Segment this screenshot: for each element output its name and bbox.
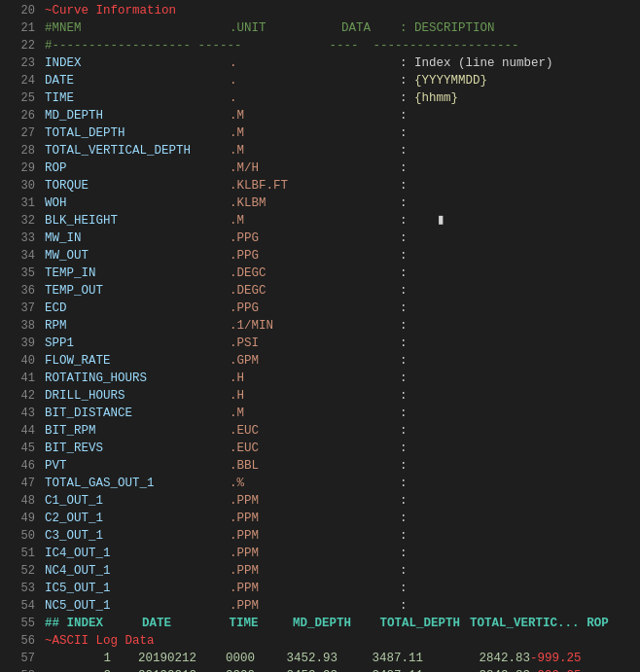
- header-mnem: #MNEM: [45, 19, 230, 37]
- col-hdr-md-depth: MD_DEPTH: [293, 615, 373, 632]
- line-53: 53 IC5_OUT_1 .PPM :: [0, 580, 640, 597]
- mnem-torque: TORQUE: [45, 177, 230, 195]
- unit-blk-height: .M: [230, 212, 341, 230]
- mnem-woh: WOH: [45, 195, 230, 212]
- data-totvert-2: 2842.83: [423, 667, 530, 672]
- col-hdr-total-depth: TOTAL_DEPTH: [380, 615, 463, 632]
- line-33: 33 MW_IN .PPG :: [0, 230, 640, 247]
- data-index-2: 2: [45, 667, 111, 672]
- col-hdr-date: DATE: [142, 615, 222, 632]
- mnem-total-depth: TOTAL_DEPTH: [45, 124, 230, 142]
- header-unit: .UNIT: [230, 19, 341, 37]
- unit-ic4-out-1: .PPM: [230, 545, 341, 562]
- col-hdr-total-vert: TOTAL_VERTIC...: [470, 615, 580, 632]
- line-55: 55 ## INDEX DATE TIME MD_DEPTH TOTAL_DEP…: [0, 615, 640, 632]
- line-num-22: 22: [8, 37, 35, 54]
- ascii-log-section: ~ASCII Log Data: [45, 632, 155, 650]
- desc-date: {YYYYMMDD}: [408, 72, 488, 89]
- line-27: 27 TOTAL_DEPTH .M :: [0, 124, 640, 142]
- data-totdepth-1: 3487.11: [338, 650, 423, 667]
- line-23: 23 INDEX . : Index (line number): [0, 54, 640, 72]
- line-36: 36 TEMP_OUT .DEGC :: [0, 282, 640, 300]
- mnem-blk-height: BLK_HEIGHT: [45, 212, 230, 230]
- line-50: 50 C3_OUT_1 .PPM :: [0, 527, 640, 545]
- col-hdr-index: INDEX: [67, 615, 135, 632]
- mnem-md-depth: MD_DEPTH: [45, 107, 230, 124]
- line-31: 31 WOH .KLBM :: [0, 195, 640, 212]
- line-num-20: 20: [8, 2, 35, 19]
- unit-torque: .KLBF.FT: [230, 177, 341, 195]
- line-56: 56 ~ASCII Log Data: [0, 632, 640, 650]
- unit-drill-hours: .H: [230, 387, 341, 405]
- line-41: 41 ROTATING_HOURS .H :: [0, 370, 640, 387]
- unit-index: .: [230, 54, 341, 72]
- header-desc: : DESCRIPTION: [400, 19, 495, 37]
- data-date-1: 20190212: [111, 650, 196, 667]
- line-57: 57 1 20190212 0000 3452.93 3487.11 2842.…: [0, 650, 640, 667]
- line-num-21: 21: [8, 19, 35, 37]
- mnem-c2-out-1: C2_OUT_1: [45, 510, 230, 527]
- unit-ic5-out-1: .PPM: [230, 580, 341, 597]
- line-47: 47 TOTAL_GAS_OUT_1 .% :: [0, 475, 640, 492]
- data-time-2: 0000: [196, 667, 255, 672]
- desc-index: Index (line number): [408, 54, 553, 72]
- data-totvert-1: 2842.83: [423, 650, 530, 667]
- line-45: 45 BIT_REVS .EUC :: [0, 440, 640, 457]
- unit-nc4-out-1: .PPM: [230, 562, 341, 580]
- unit-rpm: .1/MIN: [230, 317, 341, 335]
- line-43: 43 BIT_DISTANCE .M :: [0, 405, 640, 422]
- line-42: 42 DRILL_HOURS .H :: [0, 387, 640, 405]
- mnem-bit-distance: BIT_DISTANCE: [45, 405, 230, 422]
- line-21: 21 #MNEM .UNIT DATA : DESCRIPTION: [0, 19, 640, 37]
- data-mddepth-1: 3452.93: [255, 650, 338, 667]
- unit-c1-out-1: .PPM: [230, 492, 341, 510]
- unit-time: .: [230, 89, 341, 107]
- mnem-c3-out-1: C3_OUT_1: [45, 527, 230, 545]
- text-cursor-icon: ▮: [437, 212, 445, 230]
- mnem-mw-out: MW_OUT: [45, 247, 230, 265]
- line-22: 22 #------------------- ------ ---- ----…: [0, 37, 640, 54]
- unit-pvt: .BBL: [230, 457, 341, 475]
- line-34: 34 MW_OUT .PPG :: [0, 247, 640, 265]
- data-mddepth-2: 3452.93: [255, 667, 338, 672]
- col-hdr-rop: ROP: [587, 617, 609, 630]
- line-29: 29 ROP .M/H :: [0, 159, 640, 177]
- line-30: 30 TORQUE .KLBF.FT :: [0, 177, 640, 195]
- unit-c3-out-1: .PPM: [230, 527, 341, 545]
- header-data: DATA: [341, 19, 400, 37]
- line-24: 24 DATE . : {YYYYMMDD}: [0, 72, 640, 89]
- unit-flow-rate: .GPM: [230, 352, 341, 370]
- unit-woh: .KLBM: [230, 195, 341, 212]
- line-39: 39 SPP1 .PSI :: [0, 335, 640, 352]
- mnem-rpm: RPM: [45, 317, 230, 335]
- line-46: 46 PVT .BBL :: [0, 457, 640, 475]
- data-rop-2: -999.25: [530, 667, 582, 672]
- data-time-1: 0000: [196, 650, 255, 667]
- unit-total-gas-out-1: .%: [230, 475, 341, 492]
- unit-c2-out-1: .PPM: [230, 510, 341, 527]
- mnem-drill-hours: DRILL_HOURS: [45, 387, 230, 405]
- line-26: 26 MD_DEPTH .M :: [0, 107, 640, 124]
- mnem-pvt: PVT: [45, 457, 230, 475]
- mnem-bit-rpm: BIT_RPM: [45, 422, 230, 440]
- code-editor: 20 ~Curve Information 21 #MNEM .UNIT DAT…: [0, 0, 640, 672]
- data-date-2: 20190212: [111, 667, 196, 672]
- line-48: 48 C1_OUT_1 .PPM :: [0, 492, 640, 510]
- line-49: 49 C2_OUT_1 .PPM :: [0, 510, 640, 527]
- unit-md-depth: .M: [230, 107, 341, 124]
- unit-bit-rpm: .EUC: [230, 422, 341, 440]
- unit-total-depth: .M: [230, 124, 341, 142]
- mnem-total-gas-out-1: TOTAL_GAS_OUT_1: [45, 475, 230, 492]
- mnem-ecd: ECD: [45, 300, 230, 317]
- mnem-rotating-hours: ROTATING_HOURS: [45, 370, 230, 387]
- separator-22: #------------------- ------ ---- -------…: [45, 37, 632, 54]
- mnem-rop: ROP: [45, 159, 230, 177]
- unit-temp-in: .DEGC: [230, 265, 341, 282]
- line-37: 37 ECD .PPG :: [0, 300, 640, 317]
- mnem-temp-out: TEMP_OUT: [45, 282, 230, 300]
- line-35: 35 TEMP_IN .DEGC :: [0, 265, 640, 282]
- col-header-row: ## INDEX DATE TIME MD_DEPTH TOTAL_DEPTH …: [45, 615, 609, 632]
- unit-nc5-out-1: .PPM: [230, 597, 341, 615]
- mnem-mw-in: MW_IN: [45, 230, 230, 247]
- mnem-time: TIME: [45, 89, 230, 107]
